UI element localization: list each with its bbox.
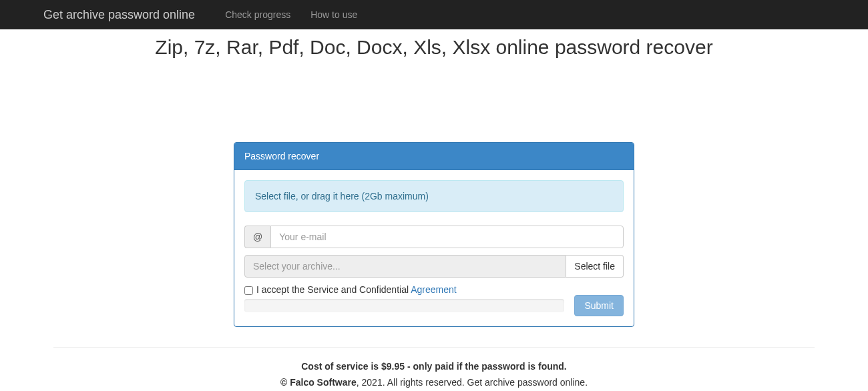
navbar-brand[interactable]: Get archive password online — [43, 8, 205, 22]
file-dropzone[interactable]: Select file, or drag it here (2Gb maximu… — [244, 180, 624, 212]
password-recover-panel: Password recover Select file, or drag it… — [234, 142, 634, 327]
cost-text: Cost of service is $9.95 - only paid if … — [53, 361, 815, 372]
panel-heading: Password recover — [234, 143, 634, 170]
agreement-checkbox[interactable] — [244, 286, 253, 295]
at-icon: @ — [244, 226, 270, 248]
nav-how-to-use[interactable]: How to use — [300, 0, 367, 29]
nav-check-progress[interactable]: Check progress — [215, 0, 300, 29]
copyright-text: © Falco Software, 2021. All rights reser… — [53, 377, 815, 388]
archive-input-group: Select file — [244, 255, 624, 278]
archive-field — [244, 255, 566, 278]
agreement-label: I accept the Service and Confidential Ag… — [256, 284, 457, 295]
navbar: Get archive password online Check progre… — [0, 0, 868, 29]
agreement-link[interactable]: Agreement — [411, 284, 456, 295]
divider — [53, 347, 815, 348]
upload-progress — [244, 299, 564, 312]
page-title: Zip, 7z, Rar, Pdf, Doc, Docx, Xls, Xlsx … — [0, 36, 868, 59]
select-file-button[interactable]: Select file — [566, 255, 624, 278]
email-input-group: @ — [244, 226, 624, 248]
agreement-row: I accept the Service and Confidential Ag… — [244, 284, 624, 295]
email-field[interactable] — [270, 226, 624, 248]
submit-button[interactable]: Submit — [574, 295, 624, 316]
